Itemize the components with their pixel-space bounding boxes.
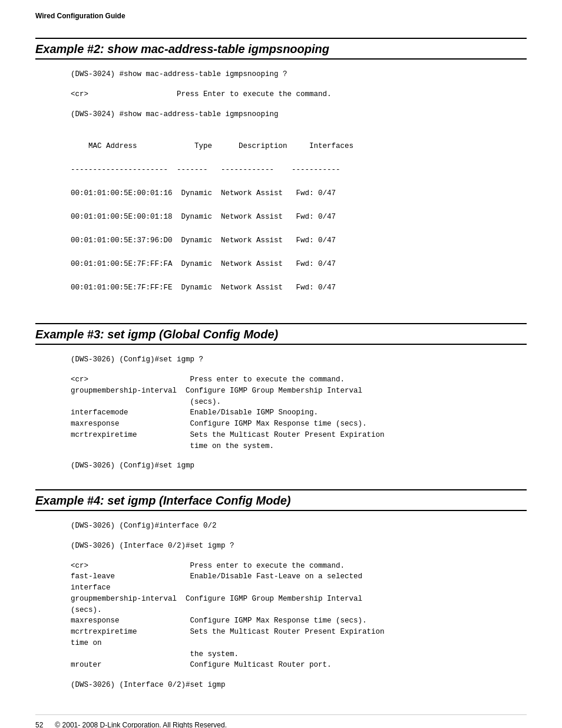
table-row-3: 00:01:01:00:5E:37:96:D0 Dynamic Network … <box>71 236 336 245</box>
code-block-ex2-3: (DWS-3024) #show mac-address-table igmps… <box>71 109 527 120</box>
section-example4: Example #4: set igmp (Interface Config M… <box>35 489 527 691</box>
section-title-example2: Example #2: show mac-address-table igmps… <box>35 42 527 60</box>
copyright-text: © 2001- 2008 D-Link Corporation. All Rig… <box>55 721 227 728</box>
code-block-ex4-1: (DWS-3026) (Config)#interface 0/2 <box>71 521 527 532</box>
table-row-1: 00:01:01:00:5E:00:01:16 Dynamic Network … <box>71 189 336 197</box>
section-divider-3 <box>35 323 527 324</box>
table-row-2: 00:01:01:00:5E:00:01:18 Dynamic Network … <box>71 213 336 221</box>
section-divider <box>35 38 527 39</box>
code-block-ex2-2: <cr> Press Enter to execute the command. <box>71 89 527 100</box>
section-title-example4: Example #4: set igmp (Interface Config M… <box>35 494 527 511</box>
section-example2: Example #2: show mac-address-table igmps… <box>35 38 527 305</box>
table-divider: ---------------------- ------- ---------… <box>71 166 340 174</box>
table-header: MAC Address Type Description Interfaces <box>88 142 353 150</box>
section-title-example3: Example #3: set igmp (Global Config Mode… <box>35 328 527 345</box>
code-block-ex4-3: <cr> Press enter to execute the command.… <box>71 561 527 671</box>
table-row-5: 00:01:01:00:5E:7F:FF:FE Dynamic Network … <box>71 284 336 292</box>
section-example3: Example #3: set igmp (Global Config Mode… <box>35 323 527 472</box>
table-row-4: 00:01:01:00:5E:7F:FF:FA Dynamic Network … <box>71 260 336 268</box>
code-block-ex4-4: (DWS-3026) (Interface 0/2)#set igmp <box>71 680 527 691</box>
mac-table: MAC Address Type Description Interfaces … <box>71 129 527 305</box>
code-block-ex3-1: (DWS-3026) (Config)#set igmp ? <box>71 354 527 365</box>
code-block-ex4-2: (DWS-3026) (Interface 0/2)#set igmp ? <box>71 541 527 552</box>
page-number: 52 <box>35 721 43 728</box>
code-block-ex3-2: <cr> Press enter to execute the command.… <box>71 374 527 452</box>
code-block-ex3-3: (DWS-3026) (Config)#set igmp <box>71 460 527 472</box>
code-block-ex2-1: (DWS-3024) #show mac-address-table igmps… <box>71 69 527 80</box>
document-header: Wired Configuration Guide <box>35 12 527 20</box>
section-divider-4 <box>35 489 527 490</box>
page-footer: 52 © 2001- 2008 D-Link Corporation. All … <box>35 714 527 728</box>
